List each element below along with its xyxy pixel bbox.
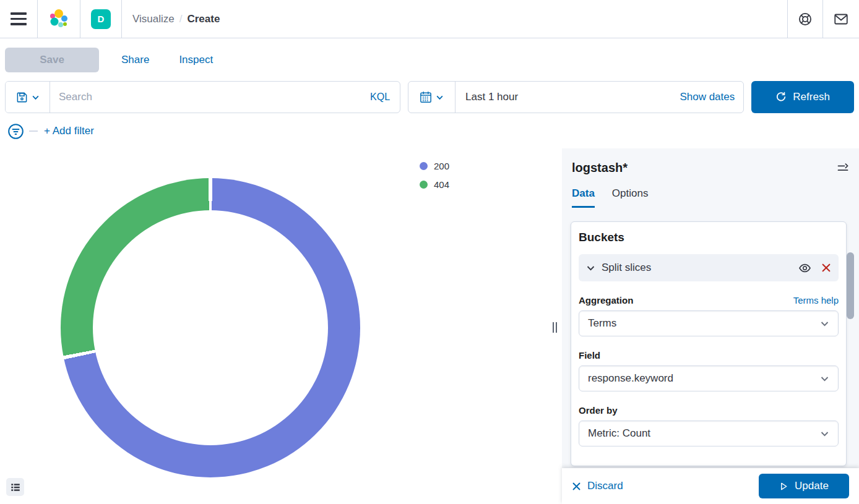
visualization-area: 200 404 logstash* Data [0, 148, 859, 504]
list-icon [10, 482, 21, 493]
elastic-logo-icon [48, 8, 69, 30]
legend-label: 200 [434, 161, 449, 171]
panel-resize-handle[interactable] [553, 322, 557, 333]
editor-action-bar: Discard Update [562, 468, 859, 504]
chart-legend: 200 404 [420, 161, 449, 190]
legend-label: 404 [434, 179, 449, 190]
aggregation-label: Aggregation [579, 295, 633, 305]
chevron-down-icon [820, 429, 829, 438]
donut-chart[interactable] [61, 178, 360, 477]
buckets-card: Buckets Split slices [571, 221, 847, 466]
split-slices-accordion[interactable]: Split slices [579, 254, 839, 281]
eye-icon [798, 262, 811, 275]
menu-icon[interactable] [11, 12, 27, 25]
save-icon [16, 92, 28, 103]
discard-label: Discard [587, 480, 623, 492]
top-nav: D Visualize / Create [0, 0, 859, 38]
discard-button[interactable]: Discard [572, 480, 623, 492]
search-bar: KQL [5, 81, 400, 113]
help-button[interactable] [788, 0, 822, 38]
date-picker: Last 1 hour Show dates [408, 81, 744, 113]
show-dates-button[interactable]: Show dates [680, 91, 743, 103]
envelope-icon [834, 12, 848, 27]
legend-dot-404 [420, 181, 428, 189]
legend-dot-200 [420, 162, 428, 170]
breadcrumb-separator: / [179, 13, 183, 25]
chevron-down-icon [436, 93, 444, 101]
order-by-label: Order by [579, 405, 618, 416]
breadcrumb-create: Create [187, 13, 220, 25]
legend-item[interactable]: 200 [420, 161, 449, 171]
field-value: response.keyword [588, 372, 820, 385]
filter-menu-button[interactable] [7, 123, 24, 140]
panel-scrollbar-thumb[interactable] [847, 252, 854, 319]
red-x-icon [821, 263, 831, 273]
action-toolbar: Save Share Inspect [0, 39, 859, 81]
aggregation-select[interactable]: Terms [579, 310, 839, 336]
collapse-panel-icon [837, 162, 849, 174]
add-filter-button[interactable]: + Add filter [44, 125, 94, 137]
update-button[interactable]: Update [759, 474, 849, 498]
field-select[interactable]: response.keyword [579, 365, 839, 391]
kql-button[interactable]: KQL [360, 92, 400, 103]
legend-item[interactable]: 404 [420, 179, 449, 190]
chevron-down-icon [586, 263, 595, 273]
elastic-logo[interactable] [38, 0, 80, 38]
breadcrumb-visualize[interactable]: Visualize [132, 13, 175, 25]
collapse-panel-button[interactable] [837, 162, 849, 174]
refresh-button[interactable]: Refresh [751, 81, 854, 113]
saved-query-menu-button[interactable] [6, 82, 50, 113]
help-icon [798, 12, 812, 26]
toggle-visibility-button[interactable] [798, 262, 811, 275]
tab-options[interactable]: Options [612, 187, 649, 208]
calendar-icon [420, 91, 432, 103]
legend-toggle-button[interactable] [6, 478, 24, 496]
order-by-value: Metric: Count [588, 427, 820, 440]
filter-icon [7, 123, 24, 140]
breadcrumb: Visualize / Create [122, 0, 230, 38]
filter-bar: + Add filter [0, 119, 859, 143]
search-input[interactable] [50, 91, 360, 103]
donut-hole [93, 210, 328, 445]
space-avatar[interactable]: D [91, 9, 111, 29]
split-slices-label: Split slices [602, 262, 798, 274]
panel-tabs: Data Options [562, 187, 859, 208]
date-quick-menu-button[interactable] [408, 82, 455, 113]
x-icon [572, 482, 581, 491]
index-pattern-title: logstash* [572, 161, 628, 175]
newsfeed-button[interactable] [823, 0, 859, 38]
editor-panel: logstash* Data Options Buckets [562, 148, 859, 504]
filter-dash [29, 130, 38, 132]
save-button[interactable]: Save [5, 48, 99, 72]
share-button[interactable]: Share [121, 54, 149, 66]
remove-bucket-button[interactable] [821, 263, 831, 273]
order-by-select[interactable]: Metric: Count [579, 421, 839, 446]
refresh-label: Refresh [793, 91, 830, 103]
aggregation-value: Terms [588, 317, 820, 330]
query-bar: KQL Last 1 hour Show dates Refresh [0, 81, 859, 113]
chevron-down-icon [32, 93, 40, 101]
field-label: Field [579, 350, 600, 361]
chevron-down-icon [820, 374, 829, 383]
inspect-button[interactable]: Inspect [179, 54, 213, 66]
play-icon [779, 482, 788, 491]
tab-data[interactable]: Data [572, 187, 595, 208]
time-range-value[interactable]: Last 1 hour [455, 91, 518, 103]
terms-help-link[interactable]: Terms help [793, 295, 839, 305]
chevron-down-icon [820, 319, 829, 328]
update-label: Update [795, 480, 829, 492]
buckets-heading: Buckets [579, 231, 839, 244]
refresh-icon [775, 92, 787, 103]
